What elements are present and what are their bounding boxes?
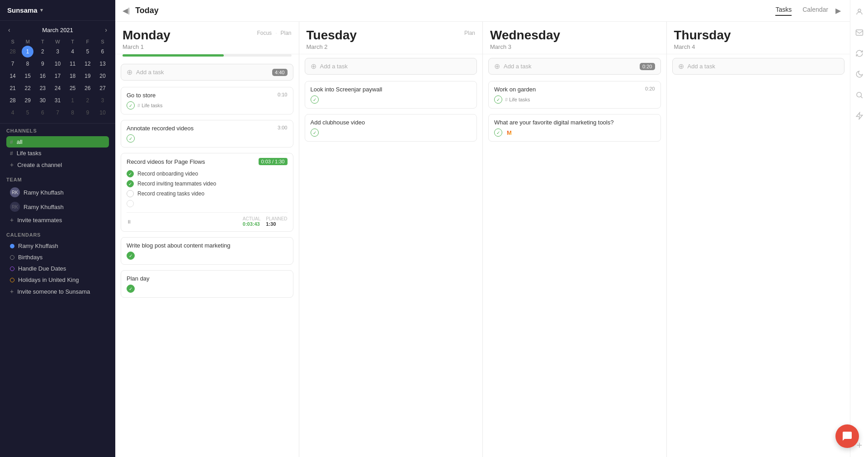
task-card-annotate-videos[interactable]: Annotate recorded videos 3:00 — [121, 120, 293, 148]
task-card-clubhouse[interactable]: Add clubhouse video — [305, 114, 477, 142]
cal-day-cell[interactable]: 27 — [97, 82, 108, 94]
calendar-due-dates[interactable]: Handle Due Dates — [6, 263, 109, 274]
task-card-record-videos[interactable]: Record videos for Page Flows 0:03 / 1:30… — [121, 153, 293, 232]
task-card-header: Work on garden 0:20 — [494, 86, 655, 93]
cal-day-cell[interactable]: 24 — [52, 82, 63, 94]
cal-day-cell[interactable]: 4 — [7, 107, 19, 119]
cal-day-cell[interactable]: 10 — [97, 107, 108, 119]
task-check[interactable] — [494, 129, 502, 137]
subtask-check[interactable] — [127, 190, 134, 197]
app-header[interactable]: Sunsama ▾ — [0, 0, 115, 21]
cal-day-cell[interactable]: 21 — [7, 82, 19, 94]
prev-month-button[interactable]: ‹ — [5, 25, 13, 34]
cal-day-cell[interactable]: 12 — [82, 58, 94, 70]
cal-day-cell[interactable]: 18 — [67, 70, 79, 82]
cal-day-cell[interactable]: 4 — [67, 46, 79, 57]
cal-day-cell[interactable]: 9 — [82, 107, 94, 119]
cal-day-cell[interactable]: 7 — [7, 58, 19, 70]
cal-day-cell[interactable]: 19 — [82, 70, 94, 82]
profile-icon[interactable] — [853, 5, 866, 18]
calendar-holidays[interactable]: Holidays in United King — [6, 274, 109, 286]
cal-day-cell[interactable]: 14 — [7, 70, 19, 82]
task-card-work-garden[interactable]: Work on garden 0:20 #Life tasks — [488, 81, 661, 109]
cal-day-cell[interactable]: 10 — [52, 58, 63, 70]
mail-icon[interactable] — [853, 26, 866, 39]
add-task-tuesday[interactable]: ⊕ Add a task — [305, 58, 477, 75]
cal-day-cell[interactable]: 29 — [22, 95, 33, 106]
invite-teammates-item[interactable]: + Invite teammates — [6, 214, 109, 226]
cal-day-cell[interactable]: 1 — [22, 46, 33, 57]
sidebar-item-life-tasks[interactable]: # Life tasks — [6, 148, 109, 159]
task-card-write-blog[interactable]: Write blog post about content marketing — [121, 237, 293, 265]
task-card-go-to-store[interactable]: Go to store 0:10 #Life tasks — [121, 87, 293, 114]
tab-calendar[interactable]: Calendar — [802, 6, 828, 16]
team-member-1[interactable]: RK Ramy Khuffash — [6, 185, 109, 200]
subtask-check[interactable] — [127, 170, 134, 177]
refresh-icon[interactable] — [853, 47, 866, 60]
bolt-icon[interactable] — [853, 109, 866, 122]
subtask-check[interactable] — [127, 180, 134, 187]
expand-button[interactable]: ▶ — [835, 6, 841, 15]
cal-day-cell[interactable]: 2 — [82, 95, 94, 106]
cal-day-cell[interactable]: 3 — [52, 46, 63, 57]
cal-day-cell[interactable]: 17 — [52, 70, 63, 82]
day-action-plan[interactable]: Plan — [280, 30, 291, 36]
task-title: What are your favorite digital marketing… — [494, 119, 655, 126]
create-channel-item[interactable]: + Create a channel — [6, 159, 109, 171]
sidebar-item-all[interactable]: # all — [6, 136, 109, 148]
search-icon[interactable] — [853, 89, 866, 101]
chat-button[interactable] — [835, 424, 859, 448]
cal-day-cell[interactable]: 28 — [7, 95, 19, 106]
add-task-monday[interactable]: ⊕ Add a task 4:40 — [121, 64, 293, 81]
day-action-plan[interactable]: Plan — [464, 30, 475, 36]
cal-day-cell[interactable]: 22 — [22, 82, 33, 94]
task-check[interactable] — [127, 252, 135, 260]
cal-day-cell[interactable]: 23 — [37, 82, 48, 94]
invite-sunsama-item[interactable]: + Invite someone to Sunsama — [6, 286, 109, 297]
calendar-birthdays[interactable]: Birthdays — [6, 252, 109, 263]
task-check[interactable] — [127, 101, 135, 109]
cal-day-cell[interactable]: 31 — [52, 95, 63, 106]
cal-day-cell[interactable]: 1 — [67, 95, 79, 106]
cal-day-cell[interactable]: 7 — [52, 107, 63, 119]
calendar-ramy[interactable]: Ramy Khuffash — [6, 240, 109, 252]
add-task-thursday[interactable]: ⊕ Add a task — [672, 58, 845, 75]
cal-day-cell[interactable]: 2 — [37, 46, 48, 57]
cal-day-cell[interactable]: 28 — [7, 46, 19, 57]
cal-day-cell[interactable]: 8 — [67, 107, 79, 119]
pause-icon[interactable]: ⏸ — [127, 219, 132, 224]
task-check[interactable] — [311, 129, 319, 137]
cal-day-cell[interactable]: 5 — [82, 46, 94, 57]
cal-day-cell[interactable]: 30 — [37, 95, 48, 106]
cal-day-cell[interactable]: 3 — [97, 95, 108, 106]
task-check[interactable] — [127, 134, 135, 143]
cal-day-cell[interactable]: 13 — [97, 58, 108, 70]
life-tasks-label: Life tasks — [17, 150, 42, 157]
next-month-button[interactable]: › — [102, 25, 110, 34]
task-check[interactable] — [127, 285, 135, 293]
add-task-plus-icon: ⊕ — [494, 62, 500, 71]
task-card-digital-marketing[interactable]: What are your favorite digital marketing… — [488, 114, 661, 142]
task-check[interactable] — [311, 95, 319, 104]
team-member-2[interactable]: RK Ramy Khuffash — [6, 200, 109, 214]
task-check[interactable] — [494, 95, 502, 104]
cal-day-cell[interactable]: 15 — [22, 70, 33, 82]
cal-day-cell[interactable]: 16 — [37, 70, 48, 82]
cal-day-cell[interactable]: 11 — [67, 58, 79, 70]
tab-tasks[interactable]: Tasks — [775, 6, 792, 16]
cal-day-cell[interactable]: 9 — [37, 58, 48, 70]
moon-icon[interactable] — [853, 68, 866, 81]
cal-day-cell[interactable]: 6 — [37, 107, 48, 119]
add-task-wednesday[interactable]: ⊕ Add a task 0:20 — [488, 58, 661, 75]
subtask-item-1: Record inviting teammates video — [127, 179, 288, 189]
task-card-screenjar[interactable]: Look into Screenjar paywall — [305, 81, 477, 109]
cal-day-cell[interactable]: 25 — [67, 82, 79, 94]
cal-day-cell[interactable]: 20 — [97, 70, 108, 82]
cal-day-cell[interactable]: 6 — [97, 46, 108, 57]
task-card-plan-day[interactable]: Plan day — [121, 270, 293, 298]
collapse-sidebar-button[interactable]: ◀| — [123, 6, 130, 15]
day-action-focus[interactable]: Focus — [257, 30, 272, 36]
cal-day-cell[interactable]: 5 — [22, 107, 33, 119]
cal-day-cell[interactable]: 8 — [22, 58, 33, 70]
cal-day-cell[interactable]: 26 — [82, 82, 94, 94]
